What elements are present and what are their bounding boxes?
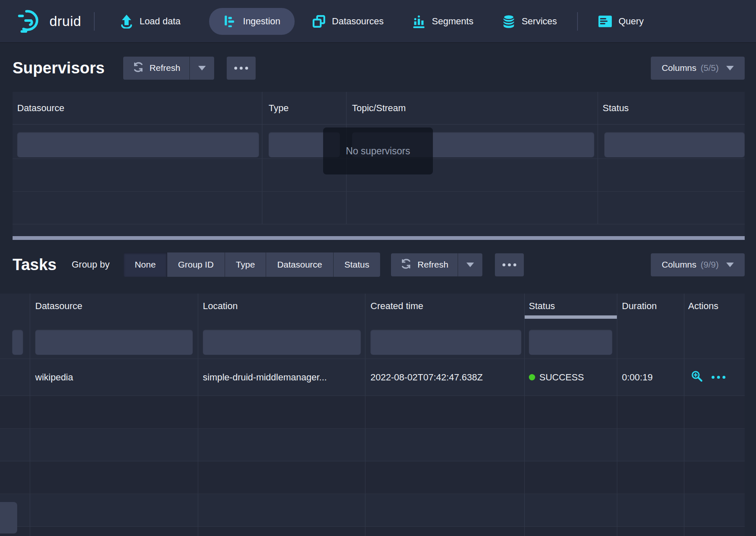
tasks-columns-button[interactable]: Columns (9/9) <box>651 253 745 276</box>
nav-divider <box>94 12 95 31</box>
group-by-button-group: None Group ID Type Datasource Status <box>124 252 380 277</box>
supervisors-header-type[interactable]: Type <box>262 92 347 124</box>
tasks-filter-id-input[interactable] <box>12 330 23 355</box>
tasks-header-location[interactable]: Location <box>198 294 365 319</box>
supervisors-table: Datasource Type Topic/Stream Status No s… <box>13 92 745 240</box>
tasks-toolbar: Tasks Group by None Group ID Type Dataso… <box>13 252 745 277</box>
chevron-down-icon <box>726 66 734 70</box>
nav-item-datasources[interactable]: Datasources <box>304 9 392 34</box>
tasks-header-created-time[interactable]: Created time <box>365 294 525 319</box>
console-icon <box>598 15 612 28</box>
nav-item-label: Load data <box>140 16 181 27</box>
tasks-header-datasource[interactable]: Datasource <box>30 294 198 319</box>
refresh-label: Refresh <box>417 260 448 270</box>
nav-divider <box>577 12 578 31</box>
druid-logo[interactable]: druid <box>16 7 81 36</box>
top-nav: druid Load data Ingestion <box>0 0 756 42</box>
supervisors-header-topic-stream[interactable]: Topic/Stream <box>347 92 598 124</box>
layers-icon <box>312 15 326 28</box>
tasks-refresh-split: Refresh <box>391 253 482 276</box>
tasks-title: Tasks <box>13 256 57 274</box>
chevron-down-icon <box>726 263 734 267</box>
supervisors-refresh-button[interactable]: Refresh <box>123 57 190 80</box>
supervisors-filter-datasource-input[interactable] <box>17 132 259 157</box>
status-success-dot <box>529 374 535 380</box>
nav-item-label: Ingestion <box>243 16 280 27</box>
task-row-wikipedia[interactable]: wikipedia simple-druid-middlemanager... … <box>0 359 745 396</box>
tasks-filter-created-time-input[interactable] <box>370 330 521 355</box>
tasks-more-button[interactable] <box>495 253 524 276</box>
tasks-header-actions[interactable]: Actions <box>684 294 745 319</box>
supervisors-refresh-split: Refresh <box>123 57 215 80</box>
status-label: SUCCESS <box>539 372 584 383</box>
supervisors-filter-status-input[interactable] <box>604 132 745 157</box>
group-by-label: Group by <box>72 259 110 270</box>
tasks-refresh-button[interactable]: Refresh <box>391 253 458 276</box>
empty-message: No supervisors <box>346 146 410 157</box>
tasks-filter-status-input[interactable] <box>529 330 612 355</box>
tasks-filter-row <box>0 319 745 359</box>
gantt-chart-icon <box>223 15 237 28</box>
task-location: simple-druid-middlemanager... <box>198 359 365 395</box>
nav-item-services[interactable]: Services <box>494 8 565 34</box>
chevron-down-icon <box>198 66 206 70</box>
sort-indicator <box>525 315 617 319</box>
tasks-refresh-caret-button[interactable] <box>458 253 482 276</box>
nav-item-load-data[interactable]: Load data <box>111 8 189 34</box>
header-label: Status <box>529 301 555 312</box>
tasks-table: Datasource Location Created time Status … <box>0 294 745 536</box>
nav-item-query[interactable]: Query <box>590 9 652 34</box>
tasks-filter-datasource-input[interactable] <box>35 330 193 355</box>
tasks-header-status[interactable]: Status <box>525 294 617 319</box>
tasks-header-id[interactable] <box>0 294 30 319</box>
task-datasource: wikipedia <box>30 359 198 395</box>
more-icon <box>502 263 516 266</box>
supervisors-refresh-caret-button[interactable] <box>189 57 214 80</box>
nav-item-label: Services <box>522 16 557 27</box>
brand-name: druid <box>49 13 81 29</box>
upload-icon <box>120 14 133 29</box>
group-by-datasource-button[interactable]: Datasource <box>266 252 333 277</box>
tasks-header-duration[interactable]: Duration <box>617 294 684 319</box>
task-actions <box>684 359 745 395</box>
group-by-type-button[interactable]: Type <box>225 252 267 277</box>
supervisors-header-status[interactable]: Status <box>598 92 745 124</box>
tasks-empty-row <box>0 396 745 429</box>
supervisors-columns-button[interactable]: Columns (5/5) <box>651 57 745 80</box>
tasks-header-row: Datasource Location Created time Status … <box>0 294 745 319</box>
supervisors-header-datasource[interactable]: Datasource <box>13 92 262 124</box>
tasks-empty-row <box>0 461 745 494</box>
tasks-filter-location-input[interactable] <box>203 330 361 355</box>
task-status: SUCCESS <box>525 359 617 395</box>
tasks-empty-row <box>0 494 745 527</box>
supervisors-toolbar: Supervisors Refresh Columns (5/5) <box>13 56 745 80</box>
bar-chart-icon <box>412 15 426 28</box>
row-more-icon[interactable] <box>712 376 725 379</box>
task-created-time: 2022-08-02T07:42:47.638Z <box>365 359 525 395</box>
nav-item-label: Query <box>619 16 644 27</box>
supervisors-horizontal-scrollbar[interactable] <box>13 236 745 240</box>
supervisors-empty-row <box>13 192 745 224</box>
supervisors-more-button[interactable] <box>227 57 256 80</box>
tasks-empty-row <box>0 429 745 461</box>
columns-count: (9/9) <box>701 260 719 270</box>
zoom-in-icon[interactable] <box>691 370 703 385</box>
group-by-status-button[interactable]: Status <box>334 252 381 277</box>
nav-item-label: Segments <box>432 16 474 27</box>
refresh-label: Refresh <box>150 63 181 73</box>
tasks-scroll-thumb[interactable] <box>0 502 17 533</box>
refresh-icon <box>400 258 412 272</box>
more-icon <box>234 67 248 70</box>
group-by-none-button[interactable]: None <box>124 252 167 277</box>
nav-item-label: Datasources <box>332 16 384 27</box>
task-duration: 0:00:19 <box>617 359 684 395</box>
database-icon <box>502 14 515 29</box>
chevron-down-icon <box>466 263 474 267</box>
refresh-icon <box>132 61 144 75</box>
tasks-empty-row <box>0 527 745 536</box>
druid-logo-icon <box>16 7 44 36</box>
nav-item-segments[interactable]: Segments <box>404 9 482 34</box>
nav-item-ingestion[interactable]: Ingestion <box>209 8 295 35</box>
group-by-group-id-button[interactable]: Group ID <box>167 252 225 277</box>
columns-label: Columns <box>662 63 696 73</box>
